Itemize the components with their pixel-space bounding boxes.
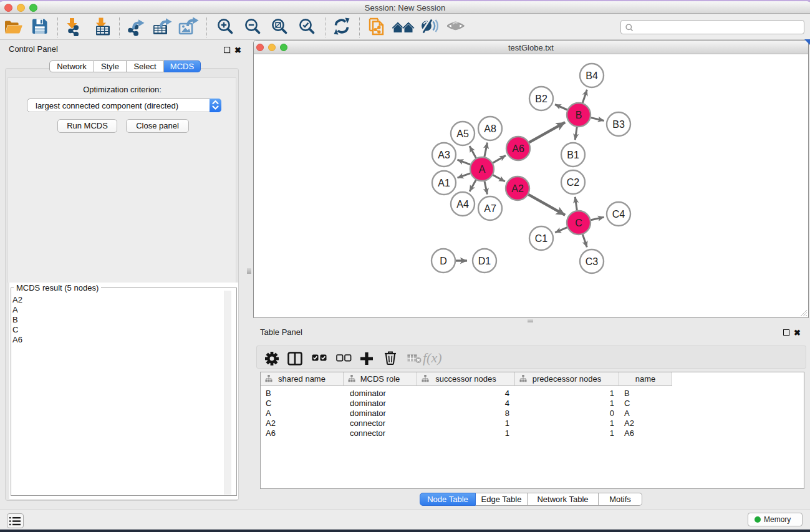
svg-text:B2: B2 [535, 94, 547, 104]
svg-text:A1: A1 [438, 178, 450, 188]
svg-text:A3: A3 [438, 150, 450, 160]
svg-text:C4: C4 [612, 209, 625, 220]
svg-text:C2: C2 [567, 177, 580, 188]
svg-text:A4: A4 [456, 199, 469, 210]
svg-text:C1: C1 [535, 233, 548, 244]
svg-text:A5: A5 [456, 128, 469, 139]
svg-text:B4: B4 [586, 70, 598, 81]
svg-text:C: C [575, 218, 582, 228]
svg-text:A: A [479, 164, 486, 175]
svg-text:B1: B1 [567, 150, 579, 160]
svg-text:A8: A8 [484, 123, 496, 134]
svg-text:A6: A6 [512, 143, 524, 154]
svg-text:D1: D1 [478, 256, 491, 266]
svg-text:B3: B3 [612, 119, 625, 130]
svg-text:D: D [440, 256, 447, 266]
svg-text:C3: C3 [586, 256, 599, 267]
svg-text:B: B [576, 110, 582, 120]
svg-text:A2: A2 [511, 183, 524, 194]
svg-text:A7: A7 [484, 203, 496, 214]
